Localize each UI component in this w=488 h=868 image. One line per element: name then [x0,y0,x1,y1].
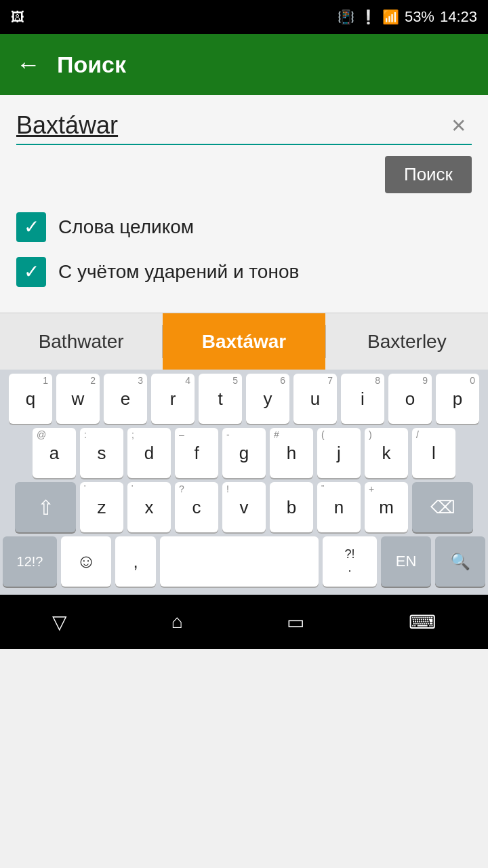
key-h[interactable]: #h [270,428,313,478]
photo-icon: 🖼 [11,9,24,25]
page-title: Поиск [57,52,126,78]
key-p[interactable]: 0p [436,374,479,424]
keyboard-search-key[interactable]: 🔍 [435,536,485,587]
key-r[interactable]: 4r [151,374,195,424]
comma-key[interactable]: , [115,536,156,587]
backspace-key[interactable]: ⌫ [412,482,473,532]
space-key[interactable] [160,536,319,587]
fn-key[interactable]: 12!? [3,536,57,587]
key-t[interactable]: 5t [199,374,242,424]
suggestion-baxtawar[interactable]: Baxtáwar [163,313,325,370]
key-d[interactable]: ;d [127,428,171,478]
key-x[interactable]: 'x [127,482,171,532]
key-m[interactable]: +m [365,482,408,532]
suggestion-baxterley[interactable]: Baxterley [326,313,488,370]
suggestion-bathwater[interactable]: Bathwater [0,313,162,370]
search-button[interactable]: Поиск [385,156,472,193]
key-j[interactable]: (j [317,428,361,478]
nav-home-icon[interactable]: ⌂ [171,611,183,633]
whole-words-checkbox[interactable]: ✓ [16,212,46,242]
key-w[interactable]: 2w [56,374,100,424]
status-right-icons: 📳 ❕ 📶 53% 14:23 [338,8,477,26]
accents-label: С учётом ударений и тонов [58,261,299,283]
key-u[interactable]: 7u [293,374,337,424]
emoji-key[interactable]: ☺ [61,536,111,587]
search-button-row: Поиск [16,156,472,193]
key-q[interactable]: 1q [9,374,52,424]
key-e[interactable]: 3e [104,374,147,424]
warning-icon: ❕ [360,9,377,25]
key-row-4: 12!? ☺ , ?!. EN 🔍 [3,536,485,587]
lang-key[interactable]: EN [381,536,431,587]
nav-recent-icon[interactable]: ▭ [287,611,304,633]
checkmark-icon-2: ✓ [24,262,39,281]
back-button[interactable]: ← [16,50,41,79]
accents-row: ✓ С учётом ударений и тонов [16,257,472,287]
autocomplete-bar: Bathwater Baxtáwar Baxterley [0,313,488,370]
key-g[interactable]: -g [222,428,266,478]
search-input-row: ✕ [16,111,472,145]
nav-bar: ▽ ⌂ ▭ ⌨ [0,595,488,649]
search-area: ✕ Поиск ✓ Слова целиком ✓ С учётом ударе… [0,95,488,313]
checkmark-icon: ✓ [24,218,39,237]
status-left-icons: 🖼 [11,9,24,25]
key-b[interactable]: b [270,482,313,532]
key-s[interactable]: :s [80,428,123,478]
clear-button[interactable]: ✕ [445,112,472,140]
nav-keyboard-icon[interactable]: ⌨ [409,611,436,633]
key-row-2: @a :s ;d –f -g #h (j )k /l [3,428,485,478]
key-o[interactable]: 9o [388,374,432,424]
whole-words-label: Слова целиком [58,216,194,238]
punct-key[interactable]: ?!. [323,536,377,587]
keyboard: 1q 2w 3e 4r 5t 6y 7u 8i 9o 0p @a :s ;d –… [0,370,488,595]
key-c[interactable]: ?c [175,482,218,532]
key-i[interactable]: 8i [341,374,384,424]
nav-back-icon[interactable]: ▽ [52,611,67,633]
battery-text: 53% [405,8,434,26]
key-y[interactable]: 6y [246,374,289,424]
status-bar: 🖼 📳 ❕ 📶 53% 14:23 [0,0,488,34]
key-f[interactable]: –f [175,428,218,478]
key-v[interactable]: !v [222,482,266,532]
key-n[interactable]: "n [317,482,361,532]
key-row-1: 1q 2w 3e 4r 5t 6y 7u 8i 9o 0p [3,374,485,424]
key-a[interactable]: @a [33,428,76,478]
whole-words-row: ✓ Слова целиком [16,212,472,242]
key-l[interactable]: /l [412,428,455,478]
shift-key[interactable]: ⇧ [15,482,76,532]
time-text: 14:23 [440,8,477,26]
key-k[interactable]: )k [365,428,408,478]
accents-checkbox[interactable]: ✓ [16,257,46,287]
signal-icon: 📶 [382,9,399,25]
app-bar: ← Поиск [0,34,488,95]
key-z[interactable]: 'z [80,482,123,532]
key-row-3: ⇧ 'z 'x ?c !v b "n +m ⌫ [3,482,485,532]
search-input[interactable] [16,111,445,140]
vibrate-icon: 📳 [338,9,354,25]
